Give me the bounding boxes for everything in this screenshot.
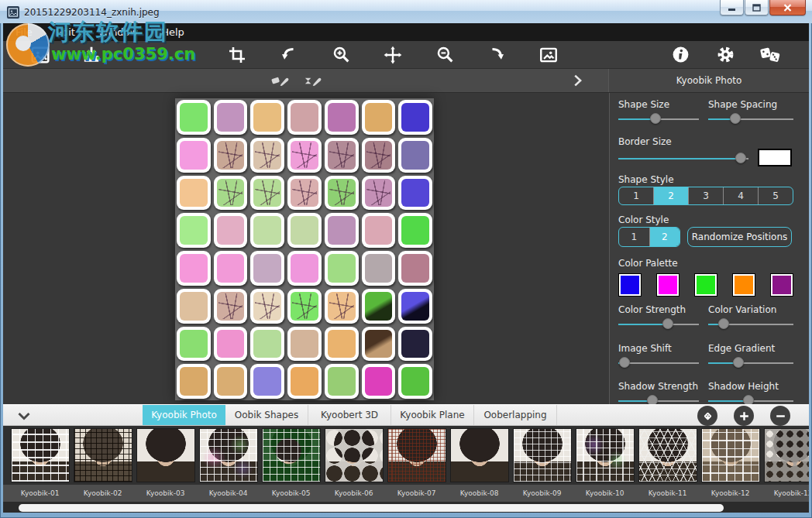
palette-swatch-4[interactable] [732, 273, 755, 297]
expand-panel-button[interactable] [569, 72, 586, 92]
palette-swatch-5[interactable] [770, 273, 793, 297]
thumbnail-kyoobik-08[interactable] [450, 428, 509, 482]
menu-window[interactable]: Window [98, 26, 138, 38]
close-button[interactable] [769, 0, 806, 15]
minimize-button[interactable] [720, 0, 744, 15]
menu-file[interactable]: File [15, 26, 33, 38]
shape-size-label: Shape Size [618, 99, 699, 111]
thumbnail-kyoobik-10[interactable] [576, 428, 635, 482]
redo-button[interactable] [486, 44, 508, 66]
image-shift-thumb[interactable] [619, 357, 630, 368]
image-shift-track [618, 362, 699, 364]
shadow-strength-slider[interactable] [618, 395, 699, 404]
tile-color [365, 179, 393, 208]
zoom-out-button[interactable] [434, 44, 456, 66]
settings-button[interactable] [714, 44, 736, 66]
mosaic-tile-r6c4 [287, 289, 322, 324]
color-palette [618, 273, 809, 297]
redo-icon [487, 46, 506, 64]
import-image-button[interactable] [81, 44, 102, 66]
shape-spacing-thumb[interactable] [730, 113, 741, 124]
shadow-height-thumb[interactable] [743, 395, 754, 404]
color-strength-fill [618, 324, 668, 325]
shape-style-option-4[interactable]: 4 [723, 187, 758, 204]
menu-help[interactable]: Help [161, 26, 184, 38]
shape-style-option-3[interactable]: 3 [688, 187, 723, 204]
tile-color [253, 216, 281, 245]
thumbnail-kyoobik-12[interactable] [701, 428, 760, 482]
collapse-strip-button[interactable] [14, 407, 34, 425]
tile-color [217, 179, 245, 208]
tile-color [365, 330, 393, 358]
mosaic-tile-r3c7 [398, 176, 432, 211]
shadow-strength-thumb[interactable] [647, 395, 658, 404]
randomize-style-button[interactable] [697, 406, 717, 426]
thumbnail-kyoobik-01[interactable] [11, 428, 70, 482]
randomize-positions-button[interactable]: Randomize Positions [687, 227, 792, 247]
tile-color [328, 292, 356, 321]
crop-button[interactable] [226, 44, 248, 66]
palette-swatch-2[interactable] [656, 273, 680, 297]
border-size-slider[interactable] [618, 153, 748, 165]
fit-image-button[interactable] [538, 44, 559, 66]
color-variation-thumb[interactable] [718, 318, 729, 329]
mosaic-tile-r7c7 [398, 327, 432, 362]
randomize-dice-button[interactable] [759, 44, 781, 66]
tab-kyoobert-3d[interactable]: Kyoobert 3D [308, 405, 391, 425]
border-size-thumb[interactable] [735, 153, 746, 163]
shape-size-slider[interactable] [618, 113, 699, 125]
add-style-button[interactable] [734, 406, 754, 426]
shadow-height-slider[interactable] [708, 395, 793, 404]
border-size-label: Border Size [618, 136, 809, 149]
palette-swatch-3[interactable] [694, 273, 717, 297]
color-strength-thumb[interactable] [662, 318, 673, 329]
app-client-area: FileEditWindowHelp Kyoobik Photo Shap [3, 23, 809, 513]
open-image-button[interactable] [29, 44, 51, 66]
pan-button[interactable] [382, 44, 404, 66]
thumbnail-kyoobik-02[interactable] [74, 428, 132, 482]
tile-color [328, 179, 356, 208]
edge-gradient-thumb[interactable] [733, 357, 744, 368]
mosaic-tile-r3c2 [214, 176, 248, 211]
thumbnail-kyoobik-06[interactable] [325, 428, 384, 482]
tile-color [401, 103, 429, 132]
maximize-button[interactable] [745, 0, 769, 15]
shape-style-option-5[interactable]: 5 [758, 187, 793, 204]
tab-kyoobik-photo[interactable]: Kyoobik Photo [143, 405, 225, 425]
tab-ooberlapping[interactable]: Ooberlapping [474, 405, 557, 425]
scrollbar-thumb[interactable] [19, 504, 724, 512]
shape-style-option-1[interactable]: 1 [619, 187, 653, 204]
thumbnail-kyoobik-04[interactable] [199, 428, 258, 482]
image-canvas[interactable] [3, 93, 609, 404]
zoom-in-button[interactable] [330, 44, 352, 66]
border-color-swatch[interactable] [758, 149, 792, 166]
tab-kyoobik-plane[interactable]: Kyoobik Plane [391, 405, 474, 425]
palette-swatch-1[interactable] [618, 273, 642, 297]
thumbnail-kyoobik-05[interactable] [262, 428, 321, 482]
brush-eraser-button[interactable] [271, 70, 293, 91]
color-style-option-1[interactable]: 1 [619, 228, 649, 246]
color-strength-slider[interactable] [618, 318, 699, 331]
edge-gradient-slider[interactable] [708, 357, 793, 369]
thumbnail-kyoobik-03[interactable] [136, 428, 195, 482]
thumbnail-kyoobik-07[interactable] [387, 428, 446, 482]
menu-edit[interactable]: Edit [56, 26, 75, 38]
open-image-icon [30, 45, 50, 65]
shape-style-option-2[interactable]: 2 [653, 187, 688, 204]
tile-color [328, 367, 356, 396]
tab-oobik-shapes[interactable]: Oobik Shapes [225, 405, 308, 425]
thumbnail-kyoobik-11[interactable] [638, 428, 697, 482]
shape-spacing-slider[interactable] [708, 113, 793, 125]
image-shift-slider[interactable] [618, 357, 699, 369]
thumbnail-kyoobik-09[interactable] [513, 428, 572, 482]
undo-button[interactable] [278, 44, 300, 66]
info-button[interactable] [669, 44, 691, 66]
color-style-option-2[interactable]: 2 [649, 228, 680, 246]
color-variation-label: Color Variation [708, 304, 793, 317]
remove-style-button[interactable] [770, 406, 790, 426]
shape-size-thumb[interactable] [650, 113, 661, 124]
brush-shapes-button[interactable] [304, 70, 325, 91]
color-variation-slider[interactable] [708, 318, 793, 331]
thumbnail-kyoobik-13[interactable] [764, 428, 809, 482]
mosaic-tile-r4c5 [325, 213, 359, 248]
